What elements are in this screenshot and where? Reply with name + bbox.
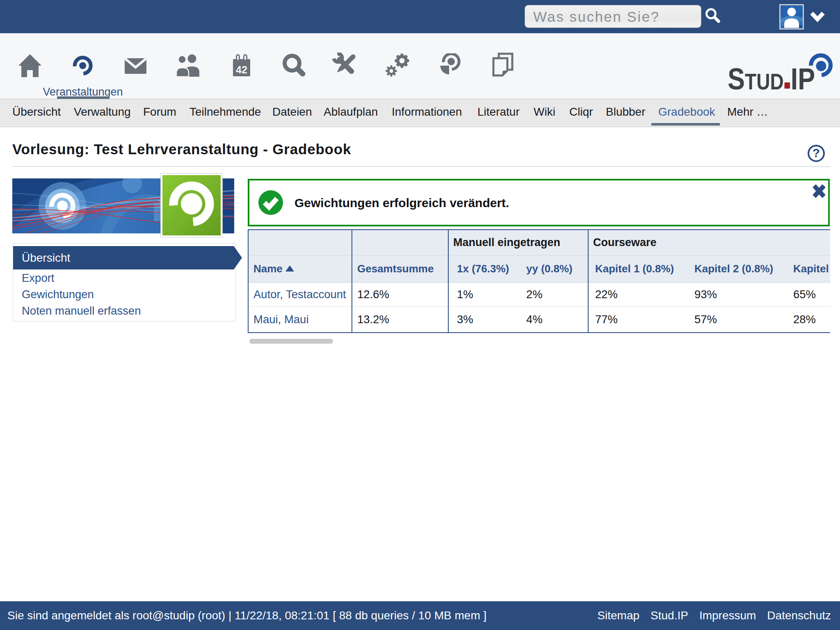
- svg-text:42: 42: [236, 64, 247, 75]
